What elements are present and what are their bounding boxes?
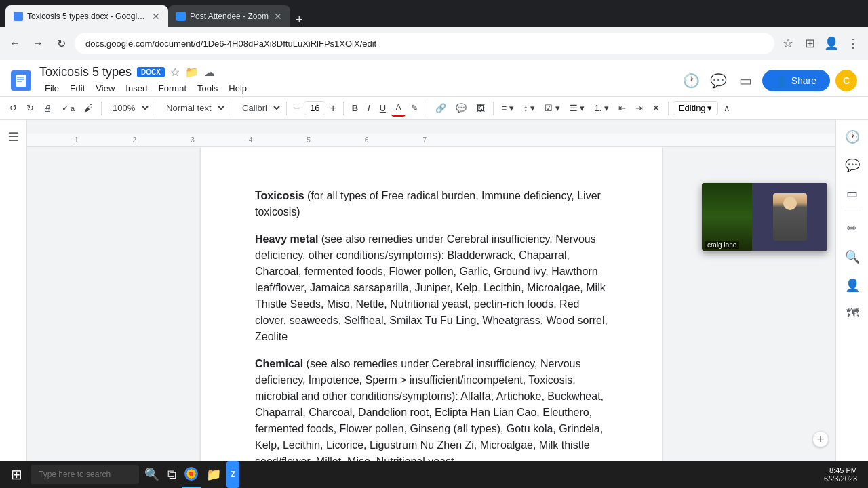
zoom-tab-close[interactable]: ✕ bbox=[274, 11, 282, 22]
svg-rect-4 bbox=[17, 81, 22, 82]
separator-5 bbox=[343, 102, 344, 115]
bulleted-list-button[interactable]: ☰ ▾ bbox=[566, 100, 589, 116]
link-button[interactable]: 🔗 bbox=[431, 100, 450, 116]
menu-format[interactable]: Format bbox=[153, 81, 192, 96]
svg-rect-2 bbox=[17, 77, 24, 78]
underline-button[interactable]: U bbox=[376, 100, 390, 116]
sidebar-people-btn[interactable]: 👤 bbox=[841, 274, 864, 297]
font-select[interactable]: Calibri bbox=[235, 100, 282, 117]
indent-more-button[interactable]: ⇥ bbox=[631, 100, 647, 116]
document-page[interactable]: Toxicosis (for all types of Free radical… bbox=[201, 147, 662, 488]
font-size-input[interactable] bbox=[304, 101, 326, 115]
taskbar-clock: 8:45 PM 6/23/2023 bbox=[818, 464, 863, 485]
presentation-button[interactable]: ▭ bbox=[735, 70, 757, 92]
menu-view[interactable]: View bbox=[90, 81, 120, 96]
bookmark-button[interactable]: ☆ bbox=[778, 34, 797, 53]
zoom-favicon bbox=[176, 12, 186, 21]
docs-logo bbox=[11, 70, 31, 91]
zoom-tab[interactable]: Post Attendee - Zoom ✕ bbox=[168, 5, 290, 27]
numbered-list-button[interactable]: 1. ▾ bbox=[590, 100, 612, 116]
checklist-button[interactable]: ☑ ▾ bbox=[540, 100, 564, 116]
style-select[interactable]: Normal text bbox=[159, 100, 226, 117]
sidebar-history-btn[interactable]: 🕐 bbox=[841, 125, 864, 148]
image-button[interactable]: 🖼 bbox=[472, 100, 489, 116]
star-button[interactable]: ☆ bbox=[170, 66, 180, 79]
taskbar-cortana[interactable]: 🔍 bbox=[142, 461, 162, 488]
sidebar-presentation-btn[interactable]: ▭ bbox=[842, 182, 862, 205]
sidebar-search-btn[interactable]: 🔍 bbox=[841, 245, 864, 268]
editing-label: Editing bbox=[679, 103, 706, 113]
menu-insert[interactable]: Insert bbox=[120, 81, 153, 96]
forward-button[interactable]: → bbox=[28, 34, 47, 53]
text-color-button[interactable]: A bbox=[391, 100, 406, 117]
toolbar-collapse-button[interactable]: ∧ bbox=[719, 100, 734, 116]
highlight-button[interactable]: ✎ bbox=[407, 100, 422, 116]
align-button[interactable]: ≡ ▾ bbox=[498, 100, 518, 116]
taskbar-explorer[interactable]: 📁 bbox=[203, 461, 224, 488]
back-button[interactable]: ← bbox=[5, 34, 24, 53]
taskbar-search-input[interactable] bbox=[31, 465, 139, 484]
taskbar-task-view[interactable]: ⧉ bbox=[165, 461, 179, 488]
menu-help[interactable]: Help bbox=[223, 81, 252, 96]
docs-header-right: 🕐 💬 ▭ 👤 Share C bbox=[681, 70, 857, 92]
chemical-rest: (see also remedies under Cerebral insuff… bbox=[255, 358, 604, 467]
font-size-minus[interactable]: − bbox=[291, 101, 302, 116]
bold-button[interactable]: B bbox=[348, 100, 362, 116]
paragraph-heavy-metal[interactable]: Heavy metal (see also remedies under Cer… bbox=[255, 231, 608, 345]
history-button[interactable]: 🕐 bbox=[681, 70, 703, 92]
docs-menu: File Edit View Insert Format Tools Help bbox=[39, 81, 673, 96]
paragraph-chemical[interactable]: Chemical (see also remedies under Cerebr… bbox=[255, 356, 608, 470]
paint-format-button[interactable]: 🖌 bbox=[80, 100, 97, 116]
separator-4 bbox=[286, 102, 287, 115]
toolbar: ↺ ↻ 🖨 ✓a 🖌 100% Normal text Calibri − + … bbox=[0, 97, 868, 120]
print-button[interactable]: 🖨 bbox=[39, 100, 56, 116]
toxicosis-bold: Toxicosis bbox=[255, 190, 304, 201]
cloud-button[interactable]: ☁ bbox=[204, 66, 215, 79]
profile-button[interactable]: 👤 bbox=[822, 34, 841, 53]
start-button[interactable]: ⊞ bbox=[5, 464, 28, 485]
taskbar-chrome[interactable] bbox=[182, 461, 201, 488]
undo-button[interactable]: ↺ bbox=[5, 100, 21, 116]
ruler: 1 2 3 4 5 6 7 bbox=[27, 134, 835, 147]
url-input[interactable] bbox=[75, 33, 774, 54]
menu-tools[interactable]: Tools bbox=[192, 81, 223, 96]
share-button[interactable]: 👤 Share bbox=[762, 70, 830, 92]
clear-formatting-button[interactable]: ✕ bbox=[648, 100, 664, 116]
spell-check-button[interactable]: ✓a bbox=[58, 100, 79, 116]
user-avatar[interactable]: C bbox=[835, 70, 857, 92]
docs-tab[interactable]: Toxicosis 5 types.docx - Google ... ✕ bbox=[5, 5, 168, 27]
document-title[interactable]: Toxicosis 5 types bbox=[39, 65, 132, 79]
zoom-select[interactable]: 100% bbox=[106, 100, 151, 117]
line-spacing-button[interactable]: ↕ ▾ bbox=[519, 100, 539, 116]
redo-button[interactable]: ↻ bbox=[22, 100, 38, 116]
refresh-button[interactable]: ↻ bbox=[52, 34, 71, 53]
move-button[interactable]: 📁 bbox=[185, 66, 199, 79]
taskbar-zoom[interactable]: Z bbox=[226, 461, 239, 488]
docs-title-section: Toxicosis 5 types DOCX ☆ 📁 ☁ File Edit V… bbox=[39, 65, 673, 96]
extensions-button[interactable]: ⊞ bbox=[800, 34, 819, 53]
font-size-plus[interactable]: + bbox=[327, 101, 338, 116]
menu-file[interactable]: File bbox=[39, 81, 64, 96]
sidebar-map-btn[interactable]: 🗺 bbox=[842, 302, 863, 325]
chemical-bold: Chemical bbox=[255, 358, 303, 369]
taskbar-date-value: 6/23/2023 bbox=[824, 474, 857, 483]
heavy-metal-rest: (see also remedies under Cerebral insuff… bbox=[255, 233, 608, 342]
document-area[interactable]: 1 2 3 4 5 6 7 Toxicosis (for all types o… bbox=[27, 120, 835, 488]
zoom-in-button[interactable]: + bbox=[812, 431, 829, 447]
indent-less-button[interactable]: ⇤ bbox=[614, 100, 630, 116]
chat-button[interactable]: 💬 bbox=[708, 70, 730, 92]
svg-rect-3 bbox=[17, 79, 24, 80]
paragraph-toxicosis[interactable]: Toxicosis (for all types of Free radical… bbox=[255, 188, 608, 220]
italic-button[interactable]: I bbox=[363, 100, 374, 116]
comment-button[interactable]: 💬 bbox=[452, 100, 471, 116]
browser-chrome: Toxicosis 5 types.docx - Google ... ✕ Po… bbox=[0, 0, 868, 60]
editing-dropdown[interactable]: Editing ▾ bbox=[673, 101, 718, 115]
sidebar-chat-btn[interactable]: 💬 bbox=[841, 154, 864, 177]
new-tab-button[interactable]: + bbox=[290, 13, 309, 27]
docs-tab-close[interactable]: ✕ bbox=[152, 11, 160, 22]
more-button[interactable]: ⋮ bbox=[844, 34, 863, 53]
menu-edit[interactable]: Edit bbox=[64, 81, 90, 96]
outline-button[interactable]: ☰ bbox=[4, 125, 23, 148]
sidebar-pen-btn[interactable]: ✏ bbox=[843, 217, 861, 240]
left-panel: ☰ bbox=[0, 120, 27, 488]
